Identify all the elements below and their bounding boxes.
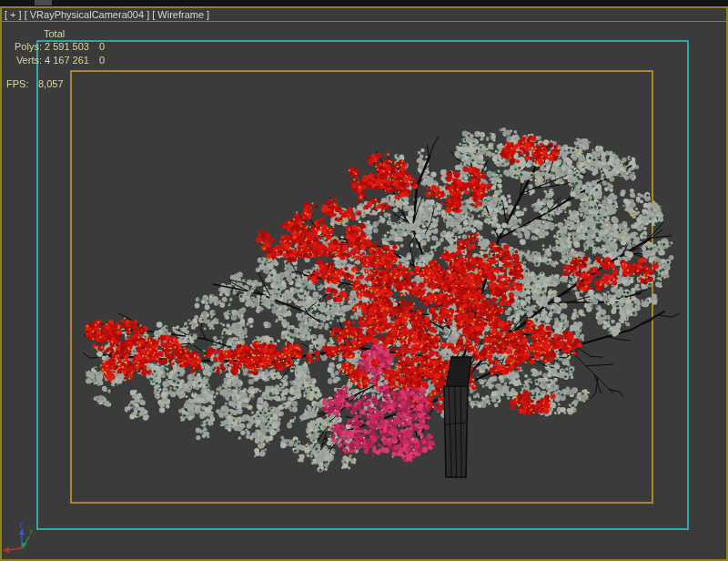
svg-text:y: y: [29, 526, 33, 535]
layout-tab: [35, 0, 52, 5]
verts-value: 4 167 2610: [45, 55, 105, 66]
application-window: [ + ][ VRayPhysicalCamera004 ][ Wirefram…: [0, 0, 728, 561]
viewport-shading-menu[interactable]: [ Wireframe ]: [149, 9, 209, 20]
axis-x-arrow: [3, 547, 22, 554]
viewport-expand-menu[interactable]: [ + ]: [2, 9, 22, 20]
fps-value: 8,057: [38, 78, 64, 89]
axis-y-arrow: y: [22, 526, 34, 549]
viewport-label-bar: [ + ][ VRayPhysicalCamera004 ][ Wirefram…: [2, 8, 726, 22]
polys-value: 2 591 5030: [45, 41, 105, 52]
viewport[interactable]: [ + ][ VRayPhysicalCamera004 ][ Wirefram…: [0, 6, 728, 561]
viewport-camera-menu[interactable]: [ VRayPhysicalCamera004 ]: [22, 9, 150, 20]
viewport-scene-tree-model[interactable]: [2, 8, 726, 559]
top-edge-strip: [0, 0, 728, 6]
verts-extra: 0: [99, 55, 105, 66]
svg-text:z: z: [19, 520, 24, 529]
stats-header: Total: [44, 28, 65, 39]
world-axis-gizmo: z y: [2, 520, 44, 561]
polys-label: Polys:: [2, 41, 42, 52]
verts-label: Verts:: [2, 55, 42, 66]
polys-extra: 0: [99, 41, 105, 52]
fps-label: FPS:: [6, 78, 28, 89]
